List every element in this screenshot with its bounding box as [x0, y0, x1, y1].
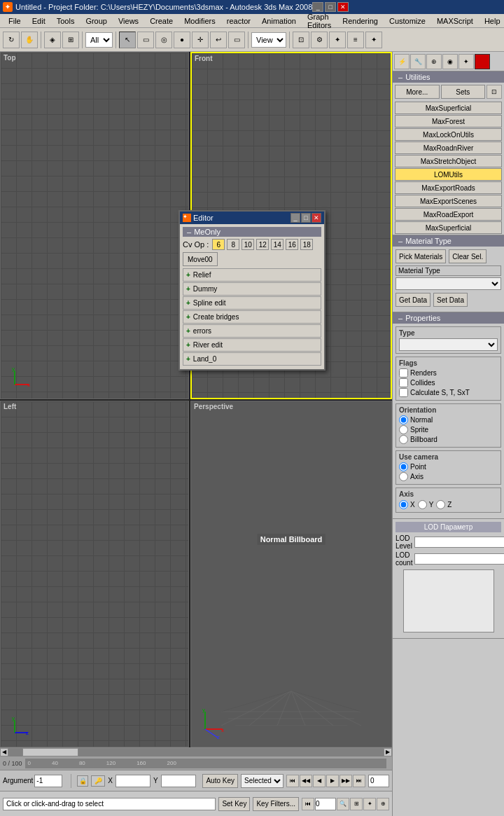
util-maxroadexport[interactable]: MaxRoadExport	[395, 208, 502, 221]
key-filters-button[interactable]: Key Filters...	[253, 797, 299, 811]
menu-group[interactable]: Group	[80, 16, 113, 26]
scroll-right[interactable]: ▶	[384, 748, 392, 756]
tool-select-region[interactable]: ▭	[137, 32, 154, 48]
renders-checkbox[interactable]	[399, 368, 408, 378]
num-12[interactable]: 12	[256, 239, 269, 250]
play-back[interactable]: ◀	[313, 775, 326, 787]
type-select[interactable]	[399, 338, 498, 351]
menu-edit[interactable]: Edit	[27, 16, 51, 26]
play-fwd[interactable]: ▶	[326, 775, 339, 787]
panel-icon-3[interactable]: ⊕	[426, 54, 442, 69]
dialog-minimize[interactable]: _	[290, 213, 300, 223]
num-6[interactable]: 6	[212, 239, 225, 250]
panel-icon-2[interactable]: 🔧	[410, 54, 426, 69]
util-maxroadnriver[interactable]: MaxRoadnRiver	[395, 141, 502, 154]
collides-checkbox[interactable]	[399, 378, 408, 387]
viewport-perspective[interactable]: Perspective Normal Billb	[190, 401, 392, 748]
status-zoom[interactable]: 🔍	[337, 798, 349, 810]
list-item-bridges[interactable]: + Create bridges	[183, 310, 321, 324]
y-input[interactable]	[161, 775, 196, 787]
axis-z-radio[interactable]	[436, 500, 445, 509]
set-data-button[interactable]: Set Data	[433, 293, 468, 307]
menu-create[interactable]: Create	[144, 16, 178, 26]
dialog-restore[interactable]: □	[301, 213, 311, 223]
num-10[interactable]: 10	[241, 239, 254, 250]
menu-customize[interactable]: Customize	[384, 16, 431, 26]
util-maxsuperficial2[interactable]: MaxSuperficial	[395, 221, 502, 234]
num-16[interactable]: 16	[286, 239, 298, 250]
panel-icon-4[interactable]: ◉	[442, 54, 458, 69]
next-frame[interactable]: ⏭	[353, 775, 365, 787]
status-tool3[interactable]: ⊕	[377, 798, 389, 810]
prev-key[interactable]: ◀◀	[300, 775, 312, 787]
list-item-spline[interactable]: + Spline edit	[183, 296, 321, 310]
lock-icon[interactable]: 🔒	[77, 775, 88, 787]
tool-align[interactable]: ✦	[329, 32, 346, 48]
util-icon[interactable]: ⊡	[486, 85, 502, 99]
minimize-button[interactable]: _	[312, 2, 323, 12]
list-item-river[interactable]: + River edit	[183, 338, 321, 352]
list-item-relief[interactable]: + Relief	[183, 268, 321, 282]
menu-animation[interactable]: Animation	[256, 16, 302, 26]
util-maxexportscenes[interactable]: MaxExportScenes	[395, 195, 502, 207]
list-item-land0[interactable]: + Land_0	[183, 352, 321, 366]
menu-tools[interactable]: Tools	[51, 16, 80, 26]
time-ruler[interactable]: 0 / 100 04080120160200	[0, 756, 392, 770]
x-input[interactable]	[115, 775, 150, 787]
util-lomutils[interactable]: LOMUtils	[395, 168, 502, 181]
selected-dropdown[interactable]: Selected	[241, 774, 284, 788]
timeline-track[interactable]: 04080120160200	[25, 759, 386, 768]
frame-input[interactable]	[368, 775, 389, 787]
dialog-section-collapse[interactable]: –	[187, 228, 191, 236]
tool-magnet[interactable]: ⚙	[311, 32, 328, 48]
util-maxforest[interactable]: MaxForest	[395, 115, 502, 127]
maximize-button[interactable]: □	[325, 2, 336, 12]
prev-frame[interactable]: ⏮	[286, 775, 299, 787]
menu-file[interactable]: File	[3, 16, 27, 26]
tool-paint-select[interactable]: ●	[174, 32, 190, 48]
tool-snap[interactable]: ⊡	[293, 32, 309, 48]
util-maxstretchobject[interactable]: MaxStretchObject	[395, 155, 502, 167]
panel-icon-1[interactable]: ⚡	[394, 54, 410, 69]
billboard-radio[interactable]	[399, 435, 408, 444]
tool-extra[interactable]: ✦	[365, 32, 382, 48]
point-radio[interactable]	[399, 462, 408, 471]
viewport-left[interactable]: Left z y	[0, 401, 189, 748]
status-tool2[interactable]: ✦	[363, 798, 376, 810]
tool-select-object[interactable]: ◈	[44, 32, 61, 48]
num-18[interactable]: 18	[300, 239, 313, 250]
color-swatch[interactable]	[475, 54, 490, 69]
list-item-dummy[interactable]: + Dummy	[183, 282, 321, 296]
pick-materials-button[interactable]: Pick Materials	[396, 249, 446, 263]
lod-level-input[interactable]	[414, 537, 504, 548]
viewport-scrollbar[interactable]: ◀ ▶	[0, 747, 392, 756]
menu-graph-editors[interactable]: Graph Editors	[302, 12, 337, 30]
scroll-left[interactable]: ◀	[0, 748, 8, 756]
mat-collapse[interactable]: –	[398, 237, 402, 245]
viewport-top[interactable]: Top x y	[0, 52, 189, 399]
key-icon[interactable]: 🔑	[91, 775, 105, 787]
tool-region-select[interactable]: ⊞	[62, 32, 79, 48]
tool-orbit[interactable]: ↻	[3, 32, 20, 48]
close-button[interactable]: ✕	[337, 2, 349, 12]
list-item-errors[interactable]: + errors	[183, 324, 321, 338]
util-maxexportroads[interactable]: MaxExportRoads	[395, 181, 502, 194]
menu-modifiers[interactable]: Modifiers	[178, 16, 221, 26]
get-data-button[interactable]: Get Data	[396, 293, 430, 307]
num-14[interactable]: 14	[271, 239, 284, 250]
calculate-checkbox[interactable]	[399, 388, 408, 397]
tool-toggle[interactable]: ▭	[228, 32, 245, 48]
tool-select[interactable]: ↖	[119, 32, 136, 48]
more-button[interactable]: More...	[395, 85, 440, 99]
normal-radio[interactable]	[399, 415, 408, 424]
move-button[interactable]: Move00	[183, 252, 218, 266]
lod-count-input[interactable]	[414, 553, 504, 565]
menu-views[interactable]: Views	[113, 16, 144, 26]
util-maxsuperficial[interactable]: MaxSuperficial	[395, 102, 502, 114]
tool-move[interactable]: ✛	[192, 32, 209, 48]
menu-help[interactable]: Help	[479, 16, 504, 26]
menu-reactor[interactable]: reactor	[221, 16, 256, 26]
menu-rendering[interactable]: Rendering	[337, 16, 384, 26]
tool-lasso[interactable]: ◎	[155, 32, 172, 48]
status-tool1[interactable]: ⊞	[350, 798, 363, 810]
